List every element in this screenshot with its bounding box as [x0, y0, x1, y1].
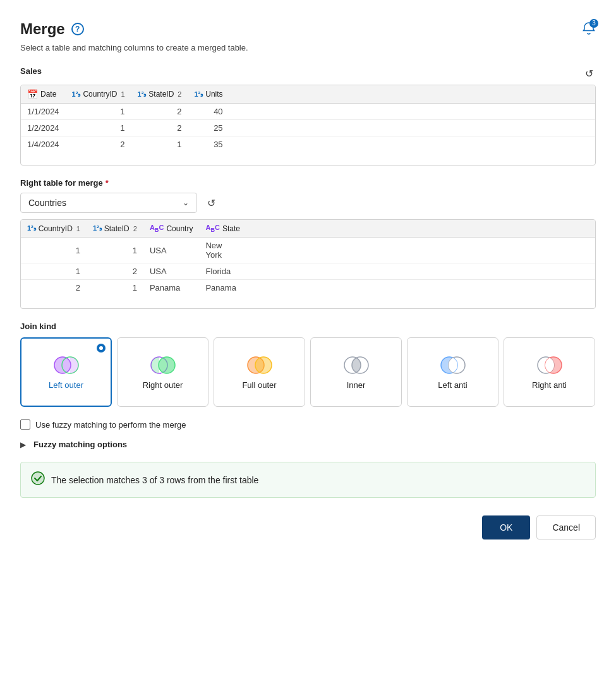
- join-card-left-outer[interactable]: Left outer: [20, 337, 112, 407]
- sales-table-header-row: 📅 Date 1²₃ CountryID 1 1²₃ StateID: [21, 85, 595, 104]
- sales-table: 📅 Date 1²₃ CountryID 1 1²₃ StateID: [21, 85, 595, 152]
- venn-inner: [341, 355, 371, 375]
- required-star: *: [106, 178, 109, 188]
- svg-point-5: [255, 357, 272, 373]
- right-table-section: 1²₃ CountryID 1 1²₃ StateID 2 ABC Co: [20, 219, 596, 309]
- status-bar: The selection matches 3 of 3 rows from t…: [20, 462, 596, 498]
- svg-point-3: [159, 357, 175, 373]
- right-table-dropdown[interactable]: Countries ⌄: [20, 193, 197, 213]
- join-card-right-outer[interactable]: Right outer: [117, 337, 208, 407]
- calendar-icon: 📅: [27, 89, 38, 99]
- join-card-label-right-outer: Right outer: [143, 380, 183, 390]
- dropdown-value: Countries: [28, 198, 66, 208]
- join-card-inner[interactable]: Inner: [310, 337, 402, 407]
- venn-left-anti: [438, 355, 468, 375]
- svg-point-18: [32, 472, 44, 485]
- chevron-down-icon: ⌄: [183, 198, 189, 207]
- table-row: 2 1 Panama Panama: [21, 280, 595, 296]
- countries-col-state: ABC State: [199, 220, 246, 238]
- footer-buttons: OK Cancel: [20, 515, 596, 539]
- right-table-controls-row: Countries ⌄ ↺: [20, 193, 596, 213]
- table-row: 1 2 USA Florida: [21, 263, 595, 280]
- selected-indicator: [97, 344, 106, 353]
- right-table-label: Right table for merge: [20, 178, 103, 188]
- ok-button[interactable]: OK: [482, 515, 530, 539]
- join-card-label-right-anti: Right anti: [532, 380, 567, 390]
- join-card-label-left-anti: Left anti: [438, 380, 467, 390]
- join-card-full-outer[interactable]: Full outer: [214, 337, 305, 407]
- join-card-left-anti[interactable]: Left anti: [407, 337, 498, 407]
- join-card-right-anti[interactable]: Right anti: [504, 337, 595, 407]
- sales-label: Sales: [20, 66, 42, 76]
- venn-left-outer: [51, 355, 82, 375]
- fuzzy-options-label: Fuzzy matching options: [33, 440, 127, 449]
- fuzzy-matching-label: Use fuzzy matching to perform the merge: [35, 420, 186, 430]
- right-table-refresh-button[interactable]: ↺: [205, 195, 218, 212]
- countries-table-header-row: 1²₃ CountryID 1 1²₃ StateID 2 ABC Co: [21, 220, 595, 238]
- notification-badge: 3: [589, 19, 598, 28]
- dialog-subtitle: Select a table and matching columns to c…: [20, 43, 596, 52]
- sales-section-header: Sales ↺: [20, 65, 596, 82]
- countries-col-country: ABC Country: [143, 220, 200, 238]
- table-row: 1/1/2024 1 2 40: [21, 104, 595, 120]
- notification-icon[interactable]: 3: [582, 21, 596, 37]
- join-kind-label: Join kind: [20, 322, 596, 331]
- status-text: The selection matches 3 of 3 rows from t…: [51, 475, 258, 485]
- sales-col-units: 1²₃ Units: [188, 85, 229, 104]
- check-circle-icon: [31, 471, 45, 488]
- table-row: 1/4/2024 2 1 35: [21, 136, 595, 153]
- countries-table: 1²₃ CountryID 1 1²₃ StateID 2 ABC Co: [21, 220, 595, 296]
- sales-col-empty: [229, 85, 595, 104]
- table-row: 1/2/2024 1 2 25: [21, 120, 595, 136]
- sales-table-section: 📅 Date 1²₃ CountryID 1 1²₃ StateID: [20, 85, 596, 166]
- join-card-label-full-outer: Full outer: [242, 380, 276, 390]
- fuzzy-matching-row: Use fuzzy matching to perform the merge: [20, 419, 596, 430]
- sales-col-date: 📅 Date: [21, 85, 66, 104]
- sales-col-stateid: 1²₃ StateID 2: [131, 85, 188, 104]
- join-options-container: Left outer Right outer Full outer Inner: [20, 337, 596, 407]
- fuzzy-matching-checkbox[interactable]: [20, 419, 30, 430]
- table-row: 1 1 USA New York: [21, 238, 595, 263]
- help-icon[interactable]: ?: [71, 23, 84, 35]
- svg-point-0: [54, 357, 71, 373]
- countries-col-stateid: 1²₃ StateID 2: [87, 220, 143, 238]
- cancel-button[interactable]: Cancel: [536, 515, 596, 539]
- fuzzy-options-row[interactable]: ▶ Fuzzy matching options: [20, 440, 596, 449]
- sales-refresh-button[interactable]: ↺: [583, 65, 596, 82]
- join-card-label-inner: Inner: [347, 380, 366, 390]
- venn-full-outer: [245, 355, 275, 375]
- venn-right-anti: [534, 355, 565, 375]
- dialog-title: Merge: [20, 20, 65, 38]
- countries-col-countryid: 1²₃ CountryID 1: [21, 220, 87, 238]
- chevron-right-icon: ▶: [20, 440, 26, 449]
- sales-col-countryid: 1²₃ CountryID 1: [66, 85, 131, 104]
- join-card-label-left-outer: Left outer: [49, 380, 83, 390]
- right-table-label-row: Right table for merge *: [20, 178, 596, 188]
- dialog-header: Merge ? 3: [20, 20, 596, 38]
- venn-right-outer: [148, 355, 178, 375]
- title-area: Merge ?: [20, 20, 84, 38]
- countries-col-empty: [246, 220, 595, 238]
